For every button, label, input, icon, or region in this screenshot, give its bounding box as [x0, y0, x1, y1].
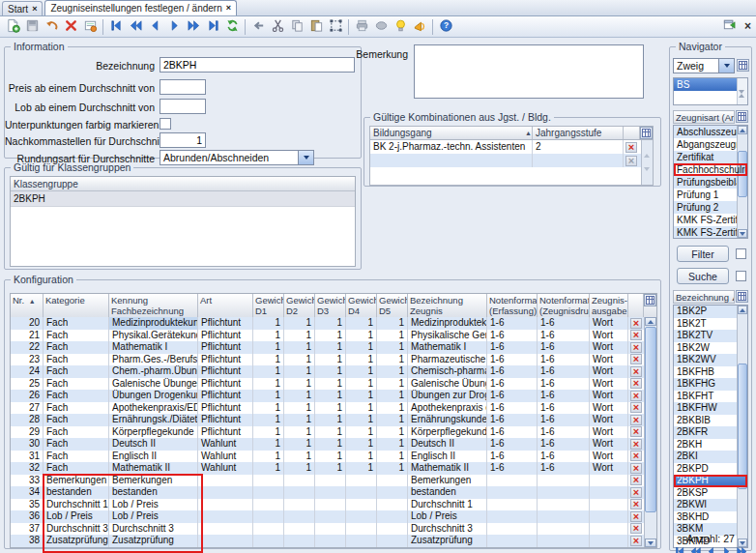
delete-row-icon[interactable]: ×	[630, 342, 642, 353]
delete-row-icon[interactable]: ×	[630, 499, 642, 509]
column-header-d3[interactable]: GewichtD3	[315, 294, 346, 317]
record-nav-fast-back-button[interactable]	[688, 544, 702, 553]
unterpunktungen-checkbox[interactable]	[160, 118, 171, 130]
grid-chooser-icon[interactable]	[736, 290, 748, 303]
bezeichnung-column-header[interactable]: Bezeichnung▲	[673, 290, 735, 304]
kombination-row-empty[interactable]: ×	[370, 154, 653, 167]
toolbar-notify-button[interactable]	[410, 17, 429, 37]
grid-chooser-icon[interactable]	[640, 127, 653, 139]
filter-checkbox[interactable]	[736, 248, 746, 259]
konfig-row-22[interactable]: 22FachMathematik IPflichtunt11111Mathema…	[11, 341, 644, 354]
tab-start[interactable]: Start ×	[2, 1, 43, 15]
bezeichnung-scrollbar[interactable]	[737, 306, 747, 547]
panel-close-icon[interactable]: ×	[744, 19, 751, 33]
konfig-row-31[interactable]: 31FachEnglisch IIWahlunt11111Englisch II…	[11, 451, 644, 463]
list-item-2bkph[interactable]: 2BKPH	[674, 475, 747, 487]
grid-chooser-icon[interactable]	[737, 59, 749, 72]
delete-row-icon[interactable]: ×	[630, 402, 642, 413]
klassengruppe-row[interactable]: 2BKPH	[11, 191, 355, 207]
konfig-row-29[interactable]: 29FachKörperpflegekundePflichtunt11111Kö…	[11, 426, 644, 439]
column-header-kennung[interactable]: KennungFachbezeichnung	[109, 294, 198, 317]
scrollbar-thumb[interactable]	[738, 364, 747, 489]
delete-row-icon[interactable]: ×	[630, 330, 642, 340]
bemerkung-textarea[interactable]	[414, 44, 644, 99]
toolbar-refresh-button[interactable]	[222, 17, 242, 37]
toolbar-undo-button[interactable]	[42, 17, 61, 37]
delete-row-icon[interactable]: ×	[630, 451, 642, 461]
toolbar-save-button[interactable]	[22, 17, 42, 37]
bezeichnung-header[interactable]: Bezeichnung▲	[673, 290, 748, 304]
scroll-up-icon[interactable]	[738, 306, 747, 314]
grid-chooser-icon[interactable]	[644, 294, 656, 306]
toolbar-back-arrow-button[interactable]	[248, 17, 268, 37]
delete-row-icon[interactable]: ×	[630, 487, 642, 498]
column-header-kategorie[interactable]: Kategorie	[44, 294, 109, 317]
column-header-d5[interactable]: GewichtD5	[377, 294, 408, 317]
column-header-d2[interactable]: GewichtD2	[284, 294, 315, 317]
scrollbar[interactable]	[641, 140, 653, 185]
konfig-row-25[interactable]: 25FachGalenische ÜbungenPflichtunt11111G…	[11, 378, 644, 391]
konfig-row-23[interactable]: 23FachPharm.Ges.-/Berufskde.Pflichtunt11…	[11, 354, 644, 366]
column-header-d4[interactable]: GewichtD4	[346, 294, 377, 317]
nachkomma-input[interactable]	[160, 132, 206, 148]
scroll-up-icon[interactable]	[738, 126, 747, 134]
konfig-row-36[interactable]: 36Lob / PreisLob / PreisLob / Preis×	[11, 510, 644, 523]
konfig-row-35[interactable]: 35Durchschnitt 1Lob / PreisDurchschnitt …	[11, 499, 644, 511]
konfig-row-33[interactable]: 33BemerkungenBemerkungenBemerkungen×	[11, 475, 644, 487]
zweig-spinner[interactable]	[737, 78, 747, 104]
chevron-down-icon[interactable]	[718, 59, 734, 73]
column-header-druck[interactable]: Notenformat(Zeugnisdruck)	[538, 294, 590, 317]
toolbar-preview-button[interactable]	[371, 17, 391, 37]
delete-row-icon[interactable]: ×	[630, 415, 642, 425]
scroll-up-icon[interactable]	[644, 142, 650, 154]
delete-row-icon[interactable]: ×	[630, 439, 642, 450]
toolbar-copy-button[interactable]	[287, 17, 306, 37]
toolbar-nav-fast-back-button[interactable]	[126, 17, 145, 37]
toolbar-nav-last-button[interactable]	[203, 17, 222, 37]
toolbar-cut-button[interactable]	[268, 17, 287, 37]
kombination-row[interactable]: BK 2-j.Pharmaz.-techn. Assistenten2×	[370, 140, 653, 154]
column-header-art[interactable]: Art	[198, 294, 253, 317]
delete-row-icon[interactable]: ×	[630, 536, 642, 546]
zweig-dropdown[interactable]: Zweig	[673, 58, 735, 73]
tab-zeugniseinstellungen[interactable]: Zeugniseinstellungen festlegen / ändern …	[44, 0, 237, 15]
toolbar-delete-button[interactable]	[61, 17, 80, 37]
delete-row-icon[interactable]: ×	[630, 391, 642, 401]
scrollbar-thumb[interactable]	[645, 327, 656, 512]
toolbar-new-record-button[interactable]	[3, 17, 22, 37]
filter-button[interactable]: Filter	[677, 246, 729, 262]
column-header-nr[interactable]: Nr. ▲	[11, 294, 44, 317]
tab-close-icon[interactable]: ×	[32, 3, 37, 15]
column-header-erfassung[interactable]: Notenformat(Erfassung)	[487, 294, 538, 317]
column-header-ausgabe[interactable]: Zeugnis-ausgabe	[590, 294, 628, 317]
toolbar-nav-fast-forward-button[interactable]	[184, 17, 203, 37]
delete-row-icon[interactable]: ×	[630, 523, 642, 534]
toolbar-nav-first-button[interactable]	[106, 17, 126, 37]
konfig-row-28[interactable]: 28FachErnährungsk./DiätetikPflichtunt111…	[11, 414, 644, 426]
toolbar-select-button[interactable]	[326, 17, 345, 37]
toolbar-tip-button[interactable]	[391, 17, 410, 37]
delete-row-icon[interactable]: ×	[630, 475, 642, 485]
konfig-row-37[interactable]: 37Durchschnitt 3Durchschnitt 3Durchschni…	[11, 523, 644, 536]
delete-row-icon[interactable]: ×	[630, 378, 642, 389]
delete-row-icon[interactable]: ×	[630, 318, 642, 329]
column-header-bildungsgang[interactable]: Bildungsgang▲	[370, 127, 533, 139]
list-item-fachhochschulreife[interactable]: Fachhochschulreife	[674, 163, 747, 176]
grid-chooser-icon[interactable]	[736, 110, 748, 123]
toolbar-help-button[interactable]: ?	[436, 17, 455, 37]
delete-row-icon[interactable]: ×	[630, 511, 642, 522]
column-header-d1[interactable]: GewichtD1	[253, 294, 284, 317]
konfig-row-30[interactable]: 30FachDeutsch IIWahlunt11111Deutsch II1-…	[11, 438, 644, 451]
zeugnisart-scrollbar[interactable]	[737, 126, 747, 238]
delete-row-icon[interactable]: ×	[630, 463, 642, 474]
konfig-row-21[interactable]: 21FachPhysikal.GerätekundePflichtunt1111…	[11, 330, 644, 342]
suche-button[interactable]: Suche	[677, 268, 729, 284]
konfig-row-26[interactable]: 26FachÜbungen DrogenkundePflichtunt11111…	[11, 390, 644, 402]
toolbar-nav-forward-button[interactable]	[164, 17, 184, 37]
scroll-down-icon[interactable]	[644, 171, 650, 183]
toolbar-nav-back-button[interactable]	[145, 17, 164, 37]
konfig-row-32[interactable]: 32FachMathematik IIWahlunt11111Mathemati…	[11, 462, 644, 475]
zeugnisart-header[interactable]: Zeugnisart (Anzeige…	[673, 110, 748, 124]
toolbar-paste-button[interactable]	[306, 17, 326, 37]
column-header-zeugnis[interactable]: BezeichnungZeugnis	[408, 294, 487, 317]
